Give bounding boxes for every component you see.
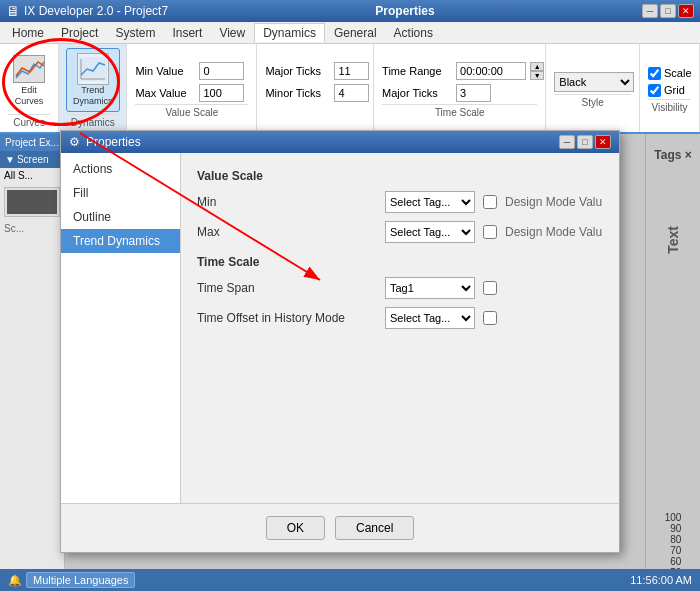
close-btn[interactable]: ✕ xyxy=(678,4,694,18)
properties-label: Properties xyxy=(375,4,434,18)
max-select[interactable]: Select Tag... xyxy=(385,221,475,243)
dialog-title-controls[interactable]: ─ □ ✕ xyxy=(559,135,611,149)
sidebar-item-fill[interactable]: Fill xyxy=(61,181,180,205)
time-range-row: Time Range ▲ ▼ xyxy=(382,62,544,80)
scale-checkbox-row: Scale xyxy=(648,67,692,80)
minimize-btn[interactable]: ─ xyxy=(642,4,658,18)
min-design-text: Design Mode Valu xyxy=(505,195,603,209)
tags-label: Tags × xyxy=(650,144,695,166)
grid-checkbox[interactable] xyxy=(648,84,661,97)
ribbon-curves-tools: EditCurves xyxy=(7,48,51,112)
dialog-close-btn[interactable]: ✕ xyxy=(595,135,611,149)
time-range-down[interactable]: ▼ xyxy=(530,71,544,80)
sidebar-item-outline[interactable]: Outline xyxy=(61,205,180,229)
major-ticks2-row: Major Ticks xyxy=(382,84,544,102)
menu-view[interactable]: View xyxy=(211,24,253,42)
ribbon-dynamics-section: TrendDynamics Dynamics xyxy=(59,44,127,132)
time-scale-title: Time Scale xyxy=(197,255,603,269)
dynamics-section-label: Dynamics xyxy=(67,114,118,128)
max-checkbox[interactable] xyxy=(483,225,497,239)
sidebar-item-trend-dynamics[interactable]: Trend Dynamics xyxy=(61,229,180,253)
title-bar-controls[interactable]: ─ □ ✕ xyxy=(642,4,694,18)
grid-label: Grid xyxy=(664,84,685,96)
svg-rect-0 xyxy=(79,57,107,81)
min-field-row: Min Select Tag... Design Mode Valu xyxy=(197,191,603,213)
time-span-row: Time Span Tag1 xyxy=(197,277,603,299)
curves-chart-svg xyxy=(14,56,45,83)
title-bar-left: 🖥 IX Developer 2.0 - Project7 xyxy=(6,3,168,19)
language-btn[interactable]: Multiple Languages xyxy=(26,572,135,588)
time-span-select[interactable]: Tag1 xyxy=(385,277,475,299)
cancel-btn[interactable]: Cancel xyxy=(335,516,414,540)
min-value-input[interactable] xyxy=(199,62,244,80)
trend-dynamics-icon xyxy=(77,53,109,85)
min-checkbox[interactable] xyxy=(483,195,497,209)
time-range-up[interactable]: ▲ xyxy=(530,62,544,71)
menu-actions[interactable]: Actions xyxy=(386,24,441,42)
menu-home[interactable]: Home xyxy=(4,24,52,42)
num-80: 80 xyxy=(670,534,681,545)
time-range-input[interactable] xyxy=(456,62,526,80)
dialog-minimize-btn[interactable]: ─ xyxy=(559,135,575,149)
time-offset-label: Time Offset in History Mode xyxy=(197,311,377,325)
major-ticks2-label: Major Ticks xyxy=(382,87,452,99)
properties-dialog: ⚙ Properties ─ □ ✕ Actions Fill Outline … xyxy=(60,130,620,553)
time-range-spinner[interactable]: ▲ ▼ xyxy=(530,62,544,80)
dialog-title-label: Properties xyxy=(86,135,141,149)
menu-project[interactable]: Project xyxy=(53,24,106,42)
max-design-text: Design Mode Valu xyxy=(505,225,603,239)
min-value-row: Min Value xyxy=(135,62,244,80)
style-color-select[interactable]: Black White Blue xyxy=(554,72,634,92)
max-value-row: Max Value xyxy=(135,84,244,102)
panel-header-label: Project Ex... xyxy=(5,137,59,148)
title-bar: 🖥 IX Developer 2.0 - Project7 Properties… xyxy=(0,0,700,22)
menu-insert[interactable]: Insert xyxy=(164,24,210,42)
status-time: 11:56:00 AM xyxy=(630,574,692,586)
panel-header: Project Ex... xyxy=(0,134,64,151)
status-left: 🔔 Multiple Languages xyxy=(8,572,135,588)
expand-icon: ▼ xyxy=(5,154,15,165)
style-section: Black White Blue Style xyxy=(546,44,640,132)
screen-thumbnail xyxy=(4,187,60,217)
time-span-label: Time Span xyxy=(197,281,377,295)
maximize-btn[interactable]: □ xyxy=(660,4,676,18)
major-ticks2-input[interactable] xyxy=(456,84,491,102)
edit-curves-icon xyxy=(13,53,45,85)
panel-screen-section[interactable]: ▼ Screen xyxy=(0,151,64,168)
time-span-checkbox[interactable] xyxy=(483,281,497,295)
right-text-label: Text xyxy=(665,226,681,254)
max-value-input[interactable] xyxy=(199,84,244,102)
major-ticks-input[interactable] xyxy=(334,62,369,80)
time-offset-select[interactable]: Select Tag... xyxy=(385,307,475,329)
visibility-label: Visibility xyxy=(648,99,691,113)
dialog-icon: ⚙ xyxy=(69,135,80,149)
ok-btn[interactable]: OK xyxy=(266,516,325,540)
time-offset-checkbox[interactable] xyxy=(483,311,497,325)
min-select[interactable]: Select Tag... xyxy=(385,191,475,213)
grid-checkbox-row: Grid xyxy=(648,84,692,97)
value-scale-label: Value Scale xyxy=(135,104,248,118)
menu-system[interactable]: System xyxy=(107,24,163,42)
minor-ticks-input[interactable] xyxy=(334,84,369,102)
screen-label: Screen xyxy=(17,154,49,165)
right-panel: Tags × Text 100 90 80 70 60 50 40 xyxy=(645,134,700,591)
all-screens-label: All S... xyxy=(4,170,33,181)
dialog-body: Actions Fill Outline Trend Dynamics Valu… xyxy=(61,153,619,503)
all-screens-item[interactable]: All S... xyxy=(0,168,64,183)
status-icon: 🔔 xyxy=(8,574,22,587)
time-scale-label: Time Scale xyxy=(382,104,537,118)
num-60: 60 xyxy=(670,556,681,567)
edit-curves-btn[interactable]: EditCurves xyxy=(7,49,51,111)
trend-dynamics-btn[interactable]: TrendDynamics xyxy=(66,48,120,112)
num-100: 100 xyxy=(665,512,682,523)
scale-checkbox[interactable] xyxy=(648,67,661,80)
minor-ticks-row: Minor Ticks xyxy=(265,84,369,102)
language-label: Multiple Languages xyxy=(33,574,128,586)
ticks-section: Major Ticks Minor Ticks - xyxy=(257,44,374,132)
dialog-footer: OK Cancel xyxy=(61,503,619,552)
dialog-maximize-btn[interactable]: □ xyxy=(577,135,593,149)
menu-dynamics[interactable]: Dynamics xyxy=(254,23,325,42)
menu-general[interactable]: General xyxy=(326,24,385,42)
trend-dynamics-label: TrendDynamics xyxy=(73,85,113,107)
sidebar-item-actions[interactable]: Actions xyxy=(61,157,180,181)
